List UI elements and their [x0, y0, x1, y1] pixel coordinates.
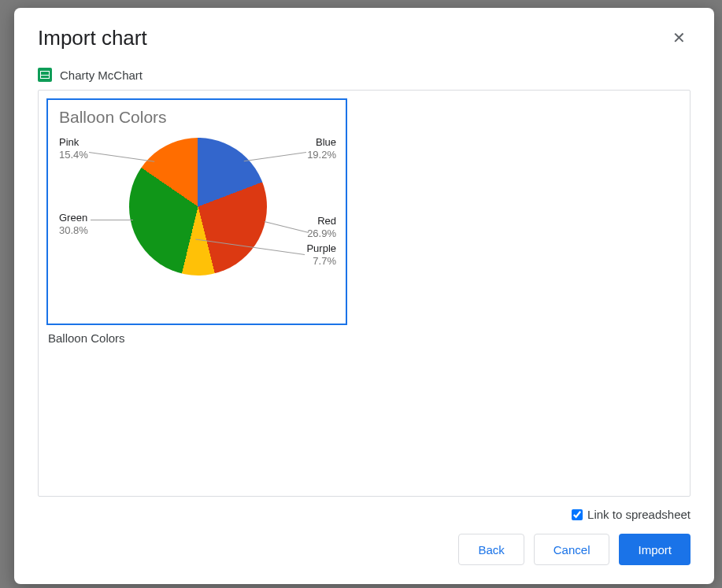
pie-slices [129, 138, 267, 276]
slice-label-red: Red 26.9% [307, 215, 336, 241]
dialog-footer: Back Cancel Import [14, 521, 714, 584]
import-button[interactable]: Import [619, 534, 691, 565]
pie-chart: Pink 15.4% Blue 19.2% Green 30.8% Red 26… [59, 130, 336, 311]
cancel-button[interactable]: Cancel [534, 534, 610, 565]
leader-line [89, 152, 154, 162]
source-file-name: Charty McChart [60, 68, 143, 82]
close-button[interactable]: ✕ [668, 25, 691, 50]
close-icon: ✕ [672, 29, 686, 46]
google-sheets-icon [38, 68, 52, 82]
dialog-title: Import chart [38, 26, 147, 50]
source-row: Charty McChart [14, 57, 714, 90]
link-to-spreadsheet-checkbox[interactable] [572, 509, 583, 520]
chart-caption: Balloon Colors [46, 325, 347, 351]
import-chart-dialog: Import chart ✕ Charty McChart Balloon Co… [14, 8, 714, 584]
back-button[interactable]: Back [458, 534, 524, 565]
slice-label-green: Green 30.8% [59, 212, 88, 238]
leader-line [244, 152, 306, 161]
chart-card[interactable]: Balloon Colors Pink 15.4% Blue 19.2% [46, 98, 347, 351]
slice-label-purple: Purple 7.7% [306, 242, 336, 268]
link-to-spreadsheet-label[interactable]: Link to spreadsheet [587, 508, 691, 521]
slice-label-pink: Pink 15.4% [59, 136, 88, 162]
leader-line [265, 221, 309, 233]
chart-preview-title: Balloon Colors [59, 108, 335, 127]
leader-line [91, 220, 133, 220]
slice-label-blue: Blue 19.2% [307, 136, 336, 162]
chart-preview-selected: Balloon Colors Pink 15.4% Blue 19.2% [46, 98, 347, 325]
link-option-row: Link to spreadsheet [14, 497, 714, 521]
dialog-header: Import chart ✕ [14, 8, 714, 57]
chart-selection-area: Balloon Colors Pink 15.4% Blue 19.2% [38, 90, 691, 497]
